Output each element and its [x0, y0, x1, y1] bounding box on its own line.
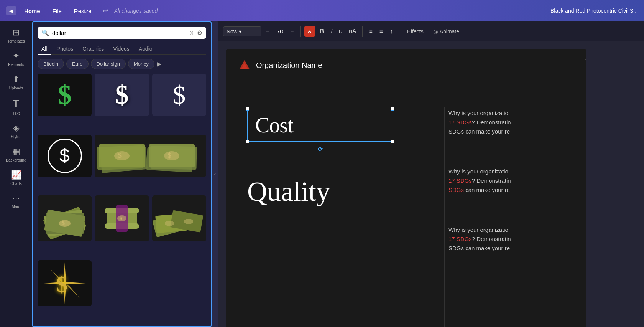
grid-item-dollar-gold[interactable]: $ — [38, 260, 92, 306]
font-color-button[interactable]: A — [304, 26, 315, 37]
sidebar-item-label: Background — [6, 158, 26, 162]
right-text-2-after: ? Demonstratin — [472, 177, 511, 184]
toolbar-separator — [300, 26, 301, 37]
tab-audio[interactable]: Audio — [135, 43, 156, 55]
sidebar-item-uploads[interactable]: ⬆ Uploads — [2, 71, 30, 93]
font-dropdown-icon: ▾ — [239, 28, 242, 35]
grid-item-money-pile[interactable]: $ $ — [95, 135, 206, 177]
sidebar-item-more[interactable]: ··· More — [2, 190, 30, 212]
right-content: Why is your organizatio 17 SDGs? Demonst… — [449, 109, 579, 284]
font-family-value: Now — [227, 28, 237, 35]
styles-icon: ◈ — [13, 123, 20, 133]
animate-label: Animate — [440, 28, 459, 35]
sidebar-item-elements[interactable]: ✦ Elements — [2, 48, 30, 70]
sidebar-item-label: Uploads — [9, 86, 23, 90]
rotation-handle[interactable]: ⟳ — [318, 145, 323, 153]
toolbar-separator-2 — [362, 26, 363, 37]
bold-button[interactable]: B — [317, 26, 327, 36]
align-button[interactable]: ≡ — [366, 26, 375, 36]
collapse-arrow-icon: ‹ — [214, 172, 216, 177]
right-text-1: Why is your organizatio 17 SDGs? Demonst… — [449, 109, 579, 136]
animate-button[interactable]: ◎ Animate — [430, 27, 463, 36]
more-icon: ··· — [13, 193, 20, 203]
search-clear-button[interactable]: ✕ — [189, 30, 194, 36]
templates-icon: ⊞ — [13, 28, 20, 38]
tab-all[interactable]: All — [38, 43, 51, 55]
font-size-value: 70 — [274, 27, 286, 35]
svg-text:$: $ — [56, 272, 67, 297]
charts-icon: 📈 — [11, 170, 21, 180]
chip-dollar-sign[interactable]: Dollar sign — [91, 59, 126, 69]
undo-button[interactable]: ↩ — [99, 5, 111, 17]
spacing-button[interactable]: ↕ — [388, 26, 395, 36]
grid-item-dollar-circle[interactable]: $ — [38, 135, 92, 177]
search-input[interactable] — [52, 30, 186, 36]
svg-point-14 — [59, 220, 71, 227]
org-name-text: Organization Name — [256, 61, 322, 70]
sidebar-item-label: Elements — [8, 63, 24, 67]
chip-euro[interactable]: Euro — [66, 59, 88, 69]
sidebar-item-styles[interactable]: ◈ Styles — [2, 120, 30, 142]
grid-item-money-roll[interactable]: $ — [95, 195, 149, 241]
sdg-link-4: 17 SDGs — [449, 236, 472, 242]
underline-button[interactable]: U — [337, 28, 344, 35]
sdg-link-2: 17 SDGs — [449, 177, 472, 184]
file-menu[interactable]: File — [48, 6, 66, 16]
sidebar-item-templates[interactable]: ⊞ Templates — [2, 25, 30, 46]
case-button[interactable]: aA — [347, 26, 359, 36]
panel-collapse-handle[interactable]: ‹ — [212, 21, 219, 327]
elements-icon: ✦ — [13, 51, 20, 61]
svg-point-7 — [164, 151, 179, 160]
canvas-area: Organization Name TIT Cost ⟳ Quality — [219, 41, 644, 327]
images-grid: $ $ $ $ — [38, 74, 206, 322]
page-header: Organization Name TIT — [226, 49, 586, 81]
list-button[interactable]: ≡ — [377, 26, 385, 36]
sidebar-item-charts[interactable]: 📈 Charts — [2, 167, 30, 189]
org-logo — [238, 58, 251, 72]
grid-item-money-scattered[interactable] — [152, 195, 206, 241]
sidebar-item-label: Text — [13, 111, 20, 116]
font-size-increase-button[interactable]: + — [288, 26, 296, 36]
font-family-selector[interactable]: Now ▾ — [223, 26, 261, 36]
right-block-1: Why is your organizatio 17 SDGs? Demonst… — [449, 109, 579, 136]
sidebar-item-text[interactable]: T Text — [2, 95, 30, 119]
grid-item-money-fan[interactable]: $ — [38, 195, 92, 241]
chip-money[interactable]: Money — [128, 59, 154, 69]
grid-item-dollar-green[interactable]: $ — [38, 74, 92, 116]
right-text-2: Why is your organizatio 17 SDGs? Demonst… — [449, 167, 579, 195]
right-text-3-before: Why is your organizatio — [449, 226, 508, 233]
svg-text:$: $ — [118, 152, 122, 159]
tab-graphics[interactable]: Graphics — [79, 43, 108, 55]
right-block-2: Why is your organizatio 17 SDGs? Demonst… — [449, 167, 579, 195]
search-filter-button[interactable]: ⚙ — [197, 29, 202, 36]
chip-bitcoin[interactable]: Bitcoin — [38, 59, 64, 69]
selection-handle-bl[interactable] — [246, 140, 249, 143]
saved-status: All changes saved — [114, 8, 158, 14]
chips-more-button[interactable]: ▶ — [157, 60, 161, 68]
selection-handle-tr[interactable] — [391, 107, 394, 111]
grid-item-dollar-white-bold[interactable]: $ — [95, 74, 149, 116]
document-title: Black and Red Photocentric Civil S... — [550, 8, 638, 14]
grid-item-dollar-white-outline[interactable]: $ — [152, 74, 206, 116]
home-button[interactable]: Home — [20, 6, 45, 16]
right-text-1-before: Why is your organizatio — [449, 110, 508, 116]
right-text-1-end3: SDGs can make your re — [449, 128, 510, 135]
effects-button[interactable]: Effects — [403, 27, 427, 36]
svg-marker-32 — [67, 284, 80, 299]
resize-menu[interactable]: Resize — [69, 6, 96, 16]
tab-videos[interactable]: Videos — [109, 43, 133, 55]
cost-text-box[interactable]: Cost ⟳ — [247, 109, 393, 142]
italic-button[interactable]: I — [329, 26, 335, 36]
right-text-2-end3: can make your re — [464, 187, 510, 193]
dollar-circle-icon: $ — [48, 139, 82, 173]
back-button[interactable]: ◀ — [6, 6, 16, 15]
selection-handle-br[interactable] — [391, 140, 394, 143]
tab-photos[interactable]: Photos — [53, 43, 77, 55]
search-bar: 🔍 ✕ ⚙ — [38, 27, 206, 39]
font-size-decrease-button[interactable]: − — [264, 26, 272, 36]
chips-row: Bitcoin Euro Dollar sign Money ▶ — [38, 59, 206, 69]
selection-handle-tl[interactable] — [246, 107, 249, 111]
search-panel: 🔍 ✕ ⚙ All Photos Graphics Videos Audio B… — [32, 21, 212, 327]
text-icon: T — [13, 98, 19, 110]
sidebar-item-background[interactable]: ▦ Background — [2, 144, 30, 165]
